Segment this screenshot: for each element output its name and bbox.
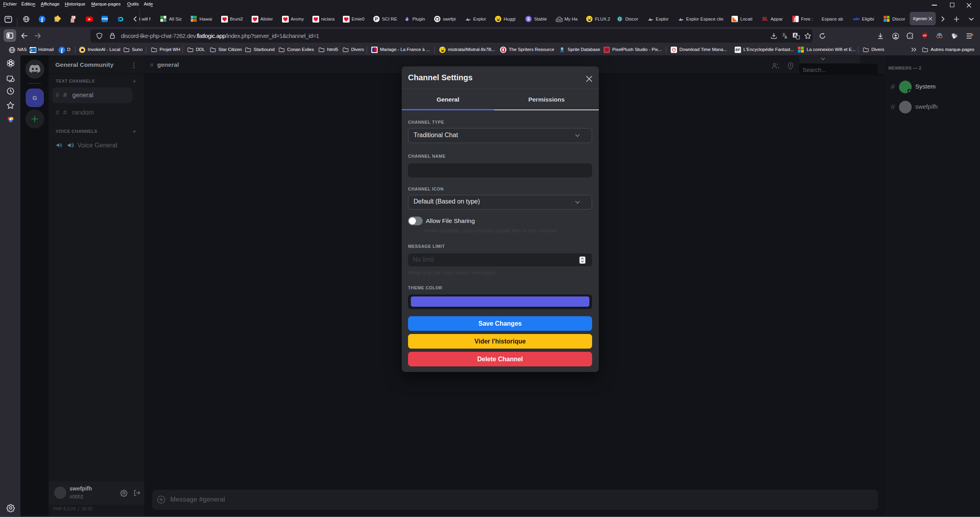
- svg-text:uO: uO: [923, 34, 926, 37]
- svg-text:A: A: [784, 35, 787, 40]
- svg-text:cloud: cloud: [557, 19, 562, 21]
